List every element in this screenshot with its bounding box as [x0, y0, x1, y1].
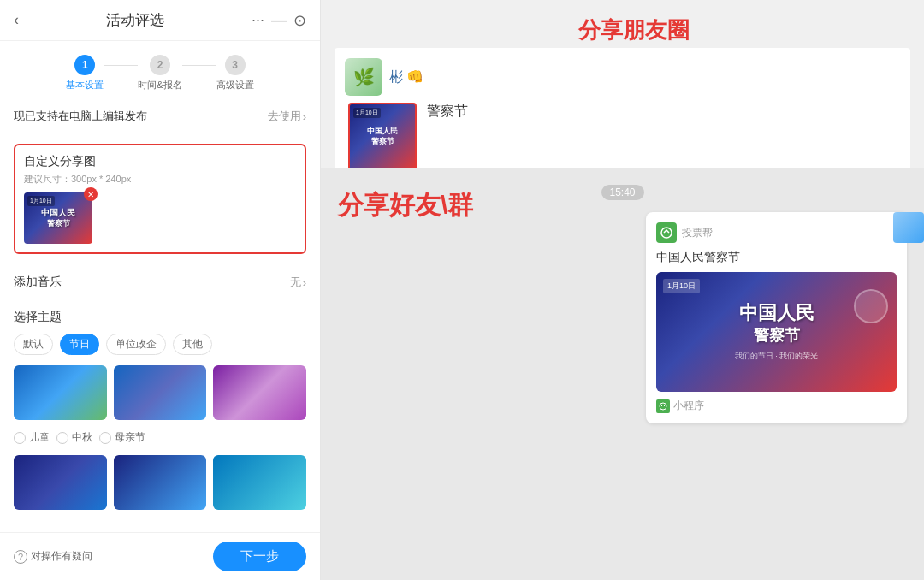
music-value[interactable]: 无 › — [290, 275, 306, 290]
step-line-2 — [182, 65, 216, 66]
post-content: 1月10日 中国人民 警察节 警察节 — [345, 103, 900, 171]
wechat-app-name: 投票帮 — [682, 226, 713, 240]
share-thumb-date: 1月10日 — [27, 196, 55, 206]
pc-edit-link[interactable]: 去使用 › — [268, 109, 306, 124]
theme-tag-holiday[interactable]: 节日 — [60, 334, 99, 355]
theme-item-1[interactable] — [14, 365, 107, 420]
header-right: ··· — ⊙ — [252, 11, 306, 30]
radio-child-circle — [14, 432, 26, 444]
right-panel: 分享朋友圈 🌿 彬 👊 1月10日 中国人民 警察节 警察节 1分钟前 ⛓ 投票… — [321, 0, 924, 580]
theme-item-3[interactable] — [213, 365, 306, 420]
step-line-1 — [104, 65, 138, 66]
theme-radio-mothersday[interactable]: 母亲节 — [99, 430, 145, 445]
wechat-card-image: 1月10日 中国人民 警察节 我们的节日 · 我们的荣光 — [656, 272, 897, 392]
page-title: 活动评选 — [19, 10, 252, 30]
theme-title: 选择主题 — [14, 310, 306, 325]
next-button[interactable]: 下一步 — [213, 542, 306, 571]
close-share-image-button[interactable]: ✕ — [84, 187, 98, 201]
post-header: 🌿 彬 👊 — [345, 58, 900, 96]
theme-tag-other[interactable]: 其他 — [173, 334, 212, 355]
share-image-inner: 1月10日 中国人民 警察节 ✕ — [24, 192, 296, 244]
radio-mothersday-label: 母亲节 — [115, 430, 145, 445]
share-friends-label: 分享好友\群 — [338, 188, 473, 223]
radio-child-label: 儿童 — [29, 430, 50, 445]
bottom-bar: ? 对操作有疑问 下一步 — [0, 532, 320, 580]
wechat-card-date: 1月10日 — [663, 279, 700, 293]
wechat-card-title: 中国人民警察节 — [656, 250, 897, 265]
theme-tag-default[interactable]: 默认 — [14, 334, 53, 355]
step-1: 1 基本设置 — [66, 55, 104, 92]
share-thumb-image: 1月10日 中国人民 警察节 — [24, 192, 92, 244]
share-circle-label: 分享朋友圈 — [578, 15, 690, 45]
theme-grid-2 — [14, 455, 306, 510]
wechat-card-footer: 小程序 — [656, 399, 897, 413]
post-title: 警察节 — [427, 103, 468, 121]
settings-icon[interactable]: ⊙ — [293, 11, 306, 30]
svg-point-1 — [660, 403, 666, 410]
radio-mothersday-circle — [99, 432, 111, 444]
header: ‹ 活动评选 ··· — ⊙ — [0, 0, 320, 41]
radio-midautumn-label: 中秋 — [72, 430, 92, 445]
theme-tag-enterprise[interactable]: 单位政企 — [106, 334, 166, 355]
pc-edit-text: 现已支持在电脑上编辑发布 — [14, 109, 147, 124]
steps-bar: 1 基本设置 2 时间&报名 3 高级设置 — [0, 41, 320, 100]
theme-radio-midautumn[interactable]: 中秋 — [56, 430, 92, 445]
theme-tags: 默认 节日 单位政企 其他 — [14, 334, 306, 355]
question-icon: ? — [14, 550, 27, 564]
step-circle-1: 1 — [74, 55, 95, 75]
content-area: 自定义分享图 建议尺寸：300px * 240px 1月10日 中国人民 警察节… — [0, 133, 320, 532]
theme-item-5[interactable] — [114, 455, 207, 510]
step-3: 3 高级设置 — [216, 55, 254, 92]
help-button[interactable]: ? 对操作有疑问 — [14, 549, 92, 564]
share-image-box: 自定义分享图 建议尺寸：300px * 240px 1月10日 中国人民 警察节… — [14, 144, 306, 254]
theme-item-6[interactable] — [213, 455, 306, 510]
step-label-3: 高级设置 — [216, 79, 254, 92]
post-emoji: 👊 — [406, 69, 424, 84]
pc-edit-bar: 现已支持在电脑上编辑发布 去使用 › — [0, 100, 320, 133]
vote-app-icon — [656, 222, 677, 243]
theme-section: 选择主题 默认 节日 单位政企 其他 儿童 中秋 — [14, 299, 306, 510]
theme-item-4[interactable] — [14, 455, 107, 510]
help-label: 对操作有疑问 — [31, 549, 92, 564]
svg-point-0 — [661, 228, 672, 238]
theme-item-2[interactable] — [114, 365, 207, 420]
more-icon[interactable]: ··· — [252, 11, 264, 29]
theme-radio-row: 儿童 中秋 母亲节 — [14, 430, 306, 445]
share-thumb-text1: 中国人民 — [41, 208, 75, 218]
minimize-icon[interactable]: — — [271, 11, 287, 29]
wechat-card-text2: 警察节 — [754, 325, 800, 346]
right-panel-avatar — [893, 212, 924, 243]
post-thumb: 1月10日 中国人民 警察节 — [348, 103, 417, 171]
step-circle-2: 2 — [150, 55, 170, 75]
post-thumb-wrap: 1月10日 中国人民 警察节 — [348, 103, 417, 171]
radio-midautumn-circle — [56, 432, 68, 444]
music-row: 添加音乐 无 › — [14, 266, 306, 299]
step-label-1: 基本设置 — [66, 79, 104, 92]
share-thumb-wrap[interactable]: 1月10日 中国人民 警察节 ✕ — [24, 192, 92, 244]
step-label-2: 时间&报名 — [138, 79, 181, 92]
step-circle-3: 3 — [225, 55, 246, 75]
post-avatar: 🌿 — [345, 58, 382, 96]
post-name: 彬 — [389, 69, 403, 84]
wechat-card: 投票帮 中国人民警察节 1月10日 中国人民 警察节 我们的节日 · 我们的荣光… — [646, 212, 907, 423]
theme-grid-1 — [14, 365, 306, 420]
mini-program-icon — [656, 399, 670, 413]
left-panel: ‹ 活动评选 ··· — ⊙ 1 基本设置 2 时间&报名 3 高级设置 现已支… — [0, 0, 321, 580]
share-thumb-text2: 警察节 — [47, 218, 70, 229]
card-decorative-circle — [854, 289, 888, 323]
share-image-subtitle: 建议尺寸：300px * 240px — [24, 173, 296, 186]
wechat-card-sub: 我们的节日 · 我们的荣光 — [735, 351, 819, 362]
post-thumb-text1: 中国人民 — [367, 127, 398, 137]
mini-program-label: 小程序 — [673, 399, 704, 413]
post-name-area: 彬 👊 — [389, 68, 424, 86]
wechat-card-header: 投票帮 — [656, 222, 897, 243]
post-thumb-date: 1月10日 — [353, 108, 381, 118]
step-2: 2 时间&报名 — [138, 55, 181, 92]
time-badge: 15:40 — [601, 185, 643, 200]
wechat-card-text1: 中国人民 — [739, 302, 814, 324]
share-image-title: 自定义分享图 — [24, 154, 296, 169]
post-thumb-text2: 警察节 — [371, 137, 394, 147]
music-label: 添加音乐 — [14, 275, 62, 290]
theme-radio-child[interactable]: 儿童 — [14, 430, 50, 445]
